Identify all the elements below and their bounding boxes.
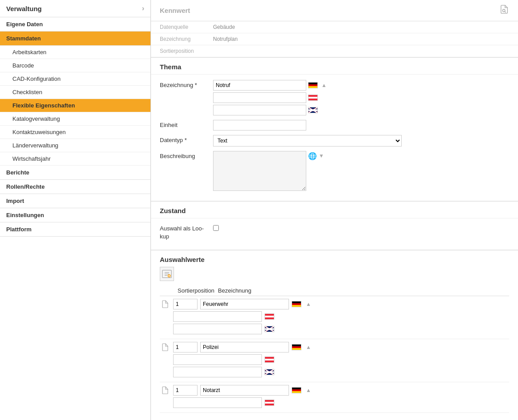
thema-form: Bezeichnung * ▲ Einheit [151, 75, 518, 201]
sortierposition-label: Sortierposition [160, 48, 213, 54]
auswahlwerte-title: Auswahlwerte [160, 256, 509, 263]
sidebar-title: Verwaltung [6, 5, 42, 12]
row-2-sort-up-icon[interactable]: ▲ [306, 344, 311, 350]
auswahl-lookup-label: Auswahl als Loo-kup [160, 224, 213, 241]
flag-de-icon [308, 82, 318, 88]
datenquelle-label: Datenquelle [160, 24, 213, 30]
row-3-sort-input[interactable] [173, 385, 198, 396]
row-1-flag-gb [265, 326, 274, 332]
auswahlwert-row-3-de: ▲ [160, 385, 509, 396]
einheit-input-wrapper [213, 120, 306, 131]
datentyp-select-wrapper: Text Zahl Datum Boolean Auswahlliste [213, 135, 402, 147]
kennwert-header: Kennwert [151, 0, 518, 21]
row-2-bezeichnung-de-input[interactable] [200, 342, 289, 353]
auswahlwerte-add-button[interactable] [160, 267, 174, 281]
bezeichnung-de-input[interactable] [213, 80, 306, 91]
sidebar-section-eigene-daten[interactable]: Eigene Daten [0, 17, 150, 32]
sort-up-icon[interactable]: ▲ [321, 82, 327, 88]
auswahl-lookup-row: Auswahl als Loo-kup [160, 224, 509, 241]
row-1-bezeichnung-de-input[interactable] [200, 299, 289, 309]
beschreibung-controls: 🌐 ▼ [213, 151, 324, 191]
auswahlwert-row-1-at [173, 311, 509, 322]
einheit-input[interactable] [213, 120, 306, 131]
row-3-doc-icon [160, 385, 170, 396]
auswahlwert-row-1-de: ▲ [160, 299, 509, 309]
row-1-flag-de [292, 301, 301, 307]
svg-line-1 [505, 12, 506, 12]
bezeichnung-controls: ▲ [213, 80, 327, 115]
sidebar-section-import[interactable]: Import [0, 194, 150, 208]
sidebar-item-checklisten[interactable]: Checklisten [0, 86, 150, 99]
row-2-doc-icon [160, 342, 170, 353]
svg-point-0 [502, 9, 505, 12]
beschreibung-arrow-icon: ▼ [319, 153, 324, 159]
sidebar-item-wirtschaftsjahr[interactable]: Wirtschaftsjahr [0, 152, 150, 166]
einheit-form-row: Einheit [160, 120, 509, 131]
sidebar-item-kontaktzuweisungen[interactable]: Kontaktzuweisungen [0, 126, 150, 139]
row-1-bezeichnung-gb-input[interactable] [173, 324, 262, 334]
auswahlwert-row-3-at [173, 397, 509, 408]
beschreibung-textarea[interactable] [213, 151, 306, 191]
row-3-bezeichnung-de-input[interactable] [200, 385, 289, 396]
row-3-bezeichnung-at-input[interactable] [173, 397, 262, 408]
sidebar-section-einstellungen[interactable]: Einstellungen [0, 208, 150, 222]
row-1-sort-input[interactable] [173, 299, 198, 309]
sidebar-item-katalogverwaltung[interactable]: Katalogverwaltung [0, 112, 150, 126]
auswahlwert-row-1: ▲ [160, 296, 509, 339]
sidebar-section-plattform[interactable]: Plattform [0, 222, 150, 237]
row-3-flag-de [292, 387, 301, 393]
row-1-bezeichnung-at-input[interactable] [173, 311, 262, 322]
row-3-flag-at [265, 400, 274, 406]
auswahlwert-row-3: ▲ [160, 382, 509, 413]
datentyp-form-row: Datentyp * Text Zahl Datum Boolean Auswa… [160, 135, 509, 147]
bezeichnung-label: Bezeichnung * [160, 80, 213, 88]
auswahlwerte-area: Auswahlwerte Sortierposition Bezeichnung [151, 250, 518, 418]
sidebar-item-barcode[interactable]: Barcode [0, 59, 150, 72]
row-2-flag-at [265, 357, 274, 363]
sidebar-section-berichte[interactable]: Berichte [0, 166, 150, 180]
kennwert-title: Kennwert [160, 7, 190, 14]
info-sortierposition-row: Sortierposition [151, 45, 518, 57]
sidebar-header: Verwaltung › [0, 0, 150, 17]
auswahlwerte-table-header: Sortierposition Bezeichnung [160, 285, 509, 296]
main-content: Kennwert Datenquelle Gebäude Bezeichnung… [151, 0, 518, 420]
sidebar-item-cad-konfiguration[interactable]: CAD-Konfiguration [0, 72, 150, 86]
auswahlwert-row-2-gb [173, 367, 509, 377]
bezeichnung-gb-input[interactable] [213, 105, 306, 115]
bezeichnung-gb-row [213, 105, 327, 115]
auswahl-lookup-checkbox[interactable] [213, 225, 219, 231]
sidebar: Verwaltung › Eigene Daten Stammdaten Arb… [0, 0, 151, 420]
bezeichnung-de-row: ▲ [213, 80, 327, 91]
row-1-doc-icon [160, 299, 170, 309]
sidebar-item-flexible-eigenschaften[interactable]: Flexible Eigenschaften [0, 99, 150, 112]
sidebar-item-laenderverwaltung[interactable]: Länderverwaltung [0, 139, 150, 152]
sidebar-arrow-icon: › [142, 4, 144, 12]
row-2-sort-input[interactable] [173, 342, 198, 353]
flag-at-icon [308, 95, 318, 101]
sidebar-section-rollen-rechte[interactable]: Rollen/Rechte [0, 180, 150, 194]
thema-section-title: Thema [151, 58, 518, 75]
bezeichnung-at-input[interactable] [213, 92, 306, 103]
auswahlwert-row-2: ▲ [160, 339, 509, 382]
bezeichnung-at-row [213, 92, 327, 103]
einheit-label: Einheit [160, 120, 213, 128]
beschreibung-label: Beschreibung [160, 151, 213, 159]
col-sortierposition: Sortierposition [160, 287, 214, 294]
info-bezeichnung-value: Notrufplan [213, 36, 237, 42]
row-2-flag-gb [265, 369, 274, 375]
row-3-sort-up-icon[interactable]: ▲ [306, 387, 311, 393]
auswahlwert-row-2-de: ▲ [160, 342, 509, 353]
col-bezeichnung: Bezeichnung [214, 287, 251, 294]
zustand-form: Auswahl als Loo-kup [151, 218, 518, 250]
info-bezeichnung-row: Bezeichnung Notrufplan [151, 33, 518, 45]
row-2-bezeichnung-at-input[interactable] [173, 354, 262, 365]
globe-icon: 🌐 [308, 152, 317, 160]
row-1-sort-up-icon[interactable]: ▲ [306, 301, 311, 307]
datenquelle-value: Gebäude [213, 24, 235, 30]
sidebar-section-stammdaten[interactable]: Stammdaten [0, 32, 150, 46]
row-2-bezeichnung-gb-input[interactable] [173, 367, 262, 377]
info-datenquelle-row: Datenquelle Gebäude [151, 21, 518, 33]
flag-gb-icon [308, 107, 318, 113]
sidebar-item-arbeitskarten[interactable]: Arbeitskarten [0, 46, 150, 59]
datentyp-select[interactable]: Text Zahl Datum Boolean Auswahlliste [213, 135, 402, 147]
